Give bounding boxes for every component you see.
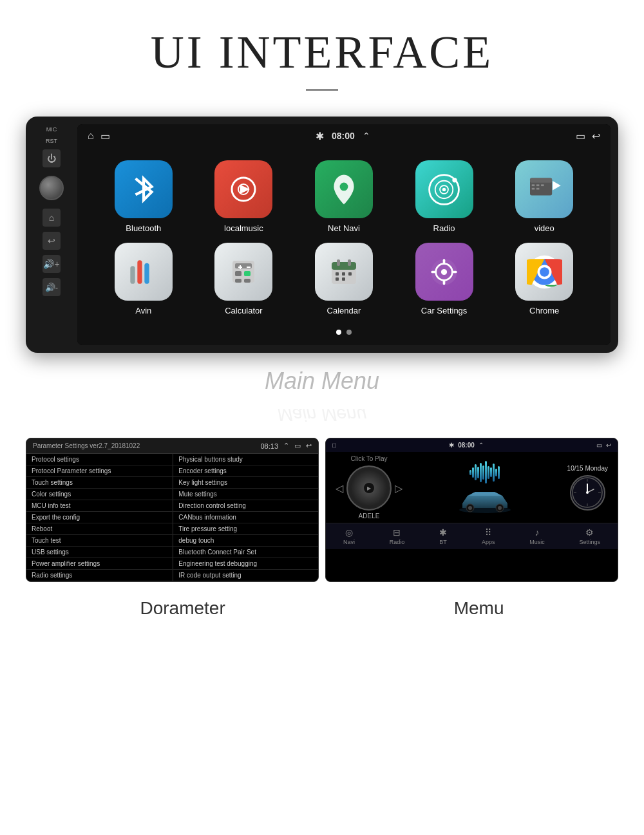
radio-app-label: Radio	[433, 223, 455, 233]
svg-point-3	[340, 182, 348, 191]
svg-rect-32	[348, 259, 351, 266]
table-row[interactable]: USB settingsBluetooth Connect Pair Set	[26, 547, 318, 558]
vinyl-disc: ▶	[346, 465, 392, 511]
table-row[interactable]: Touch testdebug touch	[26, 535, 318, 547]
svg-rect-12	[536, 184, 540, 186]
main-screen: ⌂ ▭ ✱ 08:00 ⌃ ▭ ↩	[77, 124, 611, 345]
localmusic-app-label: localmusic	[224, 223, 263, 233]
app-netnavi[interactable]: Net Navi	[297, 160, 391, 233]
memu-center	[402, 460, 567, 516]
dorameter-panel: Parameter Settings ver2.7_20181022 08:13…	[26, 438, 319, 582]
memu-home-icon: □	[332, 442, 336, 449]
svg-rect-43	[431, 270, 435, 273]
up-arrow-icon: ⌃	[363, 131, 370, 141]
mic-label: MIC	[46, 126, 57, 133]
chrome-app-label: Chrome	[529, 306, 559, 315]
dot-2[interactable]	[346, 330, 352, 335]
table-row[interactable]: Protocol settingsPhysical buttons study	[26, 454, 318, 465]
car-image	[456, 485, 514, 514]
next-btn[interactable]: ▷	[395, 482, 402, 494]
nav-radio[interactable]: ⊟ Radio	[390, 527, 405, 545]
netnavi-app-icon	[315, 160, 373, 218]
app-localmusic[interactable]: localmusic	[197, 160, 291, 233]
app-carsettings[interactable]: Car Settings	[397, 243, 491, 315]
video-app-icon	[515, 160, 573, 218]
dora-settings-table: Protocol settingsPhysical buttons studyP…	[26, 454, 318, 581]
memu-status-right: ▭ ↩	[596, 442, 611, 449]
app-grid: Bluetooth localmusic	[77, 147, 611, 322]
app-chrome[interactable]: Chrome	[497, 243, 591, 315]
status-right-icons: ▭ ↩	[576, 130, 600, 142]
svg-rect-23	[244, 271, 251, 276]
table-row[interactable]: RebootTire pressure setting	[26, 523, 318, 535]
device-outer: MIC RST ⏻ ⌂ ↩ 🔊+ 🔊- ⌂	[26, 117, 618, 353]
avin-app-label: Avin	[135, 306, 151, 315]
vol-up-button[interactable]: 🔊+	[43, 255, 61, 273]
table-row[interactable]: Export the configCANbus information	[26, 512, 318, 523]
svg-rect-37	[342, 277, 345, 281]
app-video[interactable]: video	[497, 160, 591, 233]
svg-rect-15	[536, 187, 540, 189]
analog-clock	[570, 475, 605, 511]
nav-settings[interactable]: ⚙ Settings	[580, 527, 601, 545]
nav-music[interactable]: ♪ Music	[529, 527, 545, 545]
memu-panel: □ ✱ 08:00 ⌃ ▭ ↩ Click To Play ◁	[325, 438, 618, 582]
memu-up-icon: ⌃	[478, 442, 484, 449]
app-bluetooth[interactable]: Bluetooth	[97, 160, 191, 233]
app-avin[interactable]: Avin	[97, 243, 191, 315]
app-calculator[interactable]: Calculator	[197, 243, 291, 315]
home-icon: ⌂	[88, 130, 94, 142]
prev-btn[interactable]: ◁	[336, 482, 343, 494]
svg-rect-41	[443, 259, 446, 263]
app-calendar[interactable]: Calendar	[297, 243, 391, 315]
bt-nav-label: BT	[439, 539, 447, 545]
power-button[interactable]: ⏻	[43, 149, 61, 167]
page-dots	[77, 322, 611, 345]
table-row[interactable]: Protocol Parameter settingsEncoder setti…	[26, 465, 318, 477]
svg-point-51	[468, 506, 472, 510]
dot-1[interactable]	[336, 330, 341, 335]
memu-time: 08:00	[458, 442, 475, 449]
chrome-app-icon	[515, 243, 573, 301]
dora-header: Parameter Settings ver2.7_20181022 08:13…	[26, 438, 318, 454]
svg-point-7	[442, 187, 446, 191]
status-left-icons: ⌂ ▭	[88, 130, 110, 142]
nav-bt[interactable]: ✱ BT	[439, 527, 447, 545]
bluetooth-status-icon: ✱	[316, 130, 324, 142]
table-row[interactable]: MCU info testDirection control setting	[26, 500, 318, 512]
dora-status: 08:13 ⌃ ▭ ↩	[260, 442, 312, 450]
window-icon-right: ▭	[576, 130, 585, 142]
table-row[interactable]: Power amplifier settingsEngineering test…	[26, 558, 318, 570]
svg-rect-34	[342, 272, 345, 276]
back-side-button[interactable]: ↩	[43, 232, 61, 250]
table-row[interactable]: Color settingsMute settings	[26, 489, 318, 500]
apps-nav-label: Apps	[482, 539, 495, 545]
dora-time: 08:13	[260, 442, 278, 450]
svg-point-61	[586, 491, 589, 494]
vol-down-button[interactable]: 🔊-	[43, 278, 61, 296]
svg-point-48	[540, 267, 549, 277]
calculator-app-icon	[214, 243, 272, 301]
bluetooth-app-label: Bluetooth	[126, 223, 161, 233]
video-app-label: video	[535, 223, 554, 233]
svg-rect-33	[336, 272, 339, 276]
svg-rect-22	[235, 271, 242, 276]
calendar-app-icon	[315, 243, 373, 301]
memu-status-left: □	[332, 442, 336, 449]
volume-knob[interactable]	[39, 176, 64, 200]
status-time: 08:00	[332, 131, 355, 141]
home-side-button[interactable]: ⌂	[43, 209, 61, 227]
memu-nav-bar: ◎ Navi ⊟ Radio ✱ BT ⠿ Apps ♪ Music ⚙ Set…	[326, 523, 618, 549]
netnavi-app-label: Net Navi	[328, 223, 360, 233]
svg-rect-10	[530, 178, 552, 182]
table-row[interactable]: Radio settingsIR code output setting	[26, 570, 318, 581]
nav-navi[interactable]: ◎ Navi	[343, 527, 355, 545]
bluetooth-app-icon	[115, 160, 173, 218]
carsettings-app-icon	[415, 243, 473, 301]
bottom-labels: Dorameter Memu	[13, 595, 631, 632]
app-radio[interactable]: Radio	[397, 160, 491, 233]
table-row[interactable]: Touch settingsKey light settings	[26, 477, 318, 489]
dora-title: Parameter Settings ver2.7_20181022	[33, 442, 140, 449]
nav-apps[interactable]: ⠿ Apps	[482, 527, 495, 545]
svg-rect-19	[131, 266, 135, 284]
